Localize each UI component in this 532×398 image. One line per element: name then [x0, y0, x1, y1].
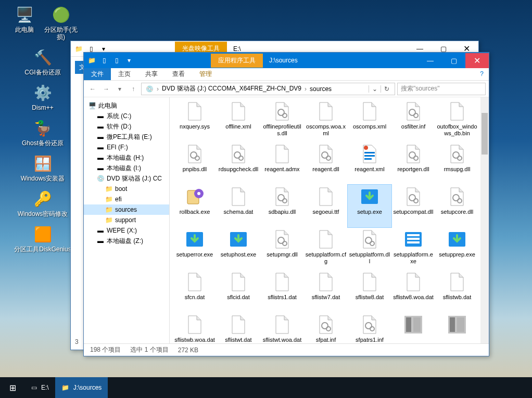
file-item[interactable]: sflistwt.woa.dat [260, 313, 304, 343]
tree-node[interactable]: ▬本地磁盘 (I:) [84, 163, 169, 173]
tab-manage[interactable]: 管理 [192, 68, 219, 80]
file-item[interactable]: osfilter.inf [391, 99, 435, 142]
help-icon[interactable]: ? [475, 68, 489, 80]
tree-node[interactable]: ▬本地磁盘 (H:) [84, 152, 169, 163]
file-item[interactable]: reagent.dll [304, 142, 348, 185]
file-item[interactable]: nxquery.sys [173, 99, 217, 142]
desktop-icon[interactable]: 🦆Ghost备份还原 [6, 118, 79, 147]
scrollbar[interactable] [480, 97, 489, 343]
forward-button[interactable]: → [100, 83, 112, 95]
file-item[interactable]: pnpibs.dll [173, 142, 217, 185]
file-item[interactable]: rollback.exe [173, 185, 217, 227]
file-item[interactable]: offlineprofileutils.dll [260, 99, 304, 142]
scrollbar-thumb[interactable] [482, 113, 488, 155]
titlebar[interactable]: 📁 ▯ ▯ ▾ 应用程序工具 J:\sources — ▢ ✕ [84, 53, 489, 68]
breadcrumb-segment[interactable]: sources [308, 85, 334, 93]
breadcrumb[interactable]: 💿 › DVD 驱动器 (J:) CCCOMA_X64FRE_ZH-CN_DV9… [141, 83, 395, 95]
file-item[interactable]: setuperror.exe [173, 227, 217, 270]
taskbar-item[interactable]: 📁J:\sources [55, 377, 108, 398]
nav-tree[interactable]: 🖥️此电脑▬系统 (C:)▬软件 (D:)▬微PE工具箱 (E:)▬EFI (F… [84, 97, 170, 343]
chevron-right-icon[interactable]: › [156, 85, 160, 93]
desktop-icon[interactable]: 🔑Windows密码修改 [6, 188, 79, 217]
maximize-button[interactable]: ▢ [442, 53, 465, 68]
file-icon [184, 271, 206, 293]
file-item[interactable]: sflistw8.woa.dat [391, 270, 435, 313]
tab-view[interactable]: 查看 [165, 68, 192, 80]
qat-item[interactable]: ▯ [111, 55, 122, 66]
file-item[interactable]: oscomps.woa.xml [304, 99, 348, 142]
back-button[interactable]: ← [87, 83, 98, 95]
taskbar-item[interactable]: ▭E:\ [25, 377, 55, 398]
tree-node[interactable]: ▬系统 (C:) [84, 111, 169, 121]
file-item[interactable]: sfpatrs1.inf [348, 313, 391, 343]
desktop-icon[interactable]: 🟢分区助手(无损) [43, 4, 79, 41]
tree-node[interactable]: ▬WEPE (X:) [84, 225, 169, 236]
qat-item[interactable]: ▯ [98, 55, 110, 66]
file-pane[interactable]: nxquery.sysoffline.xmlofflineprofileutil… [170, 97, 489, 343]
tree-node[interactable]: ▬EFI (F:) [84, 142, 169, 152]
file-item[interactable]: sfcn.dat [173, 270, 217, 313]
file-item[interactable]: sfpat.inf [304, 313, 348, 343]
address-dropdown-icon[interactable]: ⌄ [369, 85, 381, 93]
file-item[interactable]: offline.xml [217, 99, 260, 142]
file-item[interactable]: setupplatform.cfg [304, 227, 348, 270]
file-item[interactable]: oscomps.xml [348, 99, 391, 142]
tree-node[interactable]: ▬本地磁盘 (Z:) [84, 236, 169, 246]
file-item[interactable]: sflistwt.dat [217, 313, 260, 343]
explorer-window[interactable]: 📁 ▯ ▯ ▾ 应用程序工具 J:\sources — ▢ ✕ 文件 主页 共享… [83, 52, 489, 356]
file-item[interactable]: setupplatform.dll [348, 227, 391, 270]
file-item[interactable]: setupcore.dll [435, 185, 479, 227]
tree-node[interactable]: ▬微PE工具箱 (E:) [84, 132, 169, 142]
file-item[interactable]: sflistrs1.dat [260, 270, 304, 313]
file-item[interactable]: setuphost.exe [217, 227, 260, 270]
tree-node[interactable]: 📁support [84, 215, 169, 225]
file-item[interactable]: rmsupg.dll [435, 142, 479, 185]
tab-home[interactable]: 主页 [111, 68, 138, 80]
file-item[interactable]: sflistwb.dat [435, 270, 479, 313]
file-item[interactable]: schema.dat [217, 185, 260, 227]
desktop-icon[interactable]: 🖥️此电脑 [6, 4, 43, 33]
file-item[interactable] [435, 313, 479, 343]
desktop-icon[interactable]: 🔨CGI备份还原 [6, 47, 79, 76]
search-input[interactable]: 搜索"sources" [397, 83, 486, 95]
qat-dropdown-icon[interactable]: ▾ [123, 55, 135, 66]
recent-dropdown-icon[interactable]: ▾ [114, 83, 125, 95]
chevron-right-icon[interactable]: › [303, 85, 308, 93]
refresh-button[interactable]: ↻ [381, 85, 392, 93]
file-item[interactable]: setupplatform.exe [391, 227, 435, 270]
file-item[interactable]: outofbox_windows_db.bin [435, 99, 479, 142]
tab-share[interactable]: 共享 [138, 68, 165, 80]
tree-node[interactable]: 💿DVD 驱动器 (J:) CC [84, 173, 169, 184]
file-item[interactable]: setup.exe [348, 185, 391, 227]
tab-file[interactable]: 文件 [84, 68, 111, 80]
tree-node[interactable]: 📁sources [84, 204, 169, 215]
file-item[interactable]: reportgen.dll [391, 142, 435, 185]
file-item[interactable]: sflcid.dat [217, 270, 260, 313]
file-item[interactable]: setupprep.exe [435, 227, 479, 270]
desktop-icon[interactable]: 🟧分区工具DiskGenius [6, 224, 79, 253]
close-button[interactable]: ✕ [465, 53, 489, 68]
breadcrumb-segment[interactable]: DVD 驱动器 (J:) CCCOMA_X64FRE_ZH-CN_DV9 [160, 84, 303, 93]
start-button[interactable]: ⊞ [0, 377, 25, 398]
file-item[interactable]: sflistw7.dat [304, 270, 348, 313]
file-item[interactable]: reagent.xml [348, 142, 391, 185]
tree-node[interactable]: 🖥️此电脑 [84, 100, 169, 111]
file-item[interactable]: sflistw8.dat [348, 270, 391, 313]
taskbar[interactable]: ⊞ ▭E:\📁J:\sources [0, 377, 532, 398]
tree-node[interactable]: ▬软件 (D:) [84, 121, 169, 132]
file-item[interactable] [391, 313, 435, 343]
tree-node[interactable]: 📁efi [84, 194, 169, 204]
desktop-icon[interactable]: 🪟Windows安装器 [6, 153, 79, 182]
desktop-icon[interactable]: ⚙️Dism++ [6, 82, 79, 111]
minimize-button[interactable]: — [419, 53, 442, 68]
file-item[interactable]: reagent.admx [260, 142, 304, 185]
file-item[interactable]: setupmgr.dll [260, 227, 304, 270]
file-item[interactable]: rdsupgcheck.dll [217, 142, 260, 185]
up-button[interactable]: ↑ [128, 83, 139, 95]
file-item[interactable]: sflistwb.woa.dat [173, 313, 217, 343]
tree-label: 本地磁盘 (H:) [107, 153, 144, 162]
file-item[interactable]: sdbapiu.dll [260, 185, 304, 227]
tree-node[interactable]: 📁boot [84, 184, 169, 194]
file-item[interactable]: segoeui.ttf [304, 185, 348, 227]
file-item[interactable]: setupcompat.dll [391, 185, 435, 227]
